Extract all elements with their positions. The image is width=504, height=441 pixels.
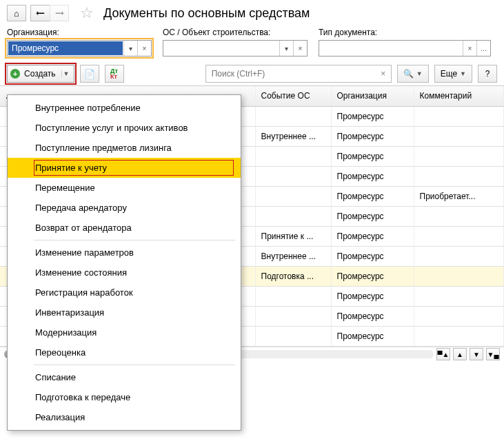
col-header[interactable]: Организация (331, 86, 414, 106)
doctype-filter-label: Тип документа: (319, 28, 491, 37)
menu-item[interactable]: Передача арендатору (8, 198, 241, 218)
scroll-top-button[interactable]: ▀▲ (436, 348, 450, 360)
help-label: ? (485, 69, 490, 79)
scroll-up-button[interactable]: ▲ (453, 348, 467, 360)
back-button[interactable]: 🠔 (30, 5, 50, 21)
col-header[interactable]: Событие ОС (255, 86, 331, 106)
org-filter-input[interactable] (8, 41, 123, 55)
table-cell: Промресурс (331, 126, 414, 146)
search-input[interactable] (206, 65, 376, 82)
menu-divider (34, 240, 235, 240)
selection-outline (34, 160, 234, 176)
menu-item[interactable]: Поступление услуг и прочих активов (8, 118, 241, 138)
menu-item[interactable]: Переоценка (8, 342, 241, 362)
table-cell: Промресурс (331, 306, 414, 326)
create-button-label: Создать (24, 69, 56, 79)
table-cell: Подготовка ... (255, 266, 331, 286)
table-cell (255, 306, 331, 326)
menu-item[interactable]: Возврат от арендатора (8, 218, 241, 238)
forward-button: 🠖 (50, 5, 69, 21)
menu-divider (34, 365, 235, 365)
table-cell (414, 326, 504, 346)
table-cell (414, 266, 504, 286)
table-cell: Приобретает... (414, 186, 504, 206)
table-cell: Промресурс (331, 286, 414, 306)
menu-item[interactable]: Внутреннее потребление (8, 98, 241, 118)
create-dropdown-menu: Внутреннее потреблениеПоступление услуг … (7, 94, 241, 431)
table-cell (255, 326, 331, 346)
table-cell (255, 286, 331, 306)
table-cell (255, 106, 331, 126)
table-cell: Промресурс (331, 326, 414, 346)
table-cell: Промресурс (331, 166, 414, 186)
menu-item[interactable]: Инвентаризация (8, 302, 241, 322)
os-filter-input[interactable] (163, 41, 279, 56)
doctype-filter-input[interactable] (319, 41, 463, 56)
menu-item[interactable]: Реализация (8, 407, 241, 427)
favorite-star-icon[interactable]: ☆ (80, 4, 94, 22)
table-cell (414, 306, 504, 326)
table-cell: Принятие к ... (255, 226, 331, 246)
page-title: Документы по основным средствам (103, 6, 310, 21)
col-header[interactable]: Комментарий (414, 86, 504, 106)
org-filter-combo[interactable]: ▾ × (7, 40, 152, 57)
dropdown-icon[interactable]: ▾ (123, 41, 137, 56)
table-cell: Промресурс (331, 206, 414, 226)
org-filter-label: Организация: (7, 28, 152, 37)
menu-item[interactable]: Списание (8, 367, 241, 387)
copy-icon: 📄 (84, 69, 95, 79)
table-cell (414, 126, 504, 146)
table-cell: Промресурс (331, 246, 414, 266)
table-cell: Промресурс (331, 266, 414, 286)
chevron-down-icon: ▼ (460, 70, 466, 77)
table-cell: Промресурс (331, 106, 414, 126)
dtkt-button[interactable]: ДтКт (105, 65, 124, 83)
create-button[interactable]: + Создать ▼ (7, 65, 74, 83)
table-cell (414, 246, 504, 266)
menu-item[interactable]: Поступление предметов лизинга (8, 138, 241, 158)
menu-item[interactable]: Принятие к учету (8, 158, 241, 178)
menu-item[interactable]: Модернизация (8, 322, 241, 342)
table-cell: Внутреннее ... (255, 126, 331, 146)
table-cell (414, 226, 504, 246)
chevron-down-icon: ▼ (416, 70, 423, 77)
table-cell: Внутреннее ... (255, 246, 331, 266)
plus-icon: + (10, 69, 20, 79)
table-cell: Промресурс (331, 146, 414, 166)
scroll-down-button[interactable]: ▼ (470, 348, 483, 360)
dtkt-icon: ДтКт (110, 68, 118, 79)
table-cell (255, 146, 331, 166)
doctype-filter-combo[interactable]: × … (319, 40, 491, 57)
menu-item[interactable]: Подготовка к передаче (8, 387, 241, 407)
magnifier-icon: 🔍 (403, 69, 414, 79)
dropdown-icon[interactable]: ▾ (279, 41, 293, 56)
home-button[interactable]: ⌂ (7, 5, 26, 21)
more-button[interactable]: Еще ▼ (434, 65, 472, 83)
clear-icon[interactable]: × (293, 41, 307, 56)
table-cell (414, 286, 504, 306)
scroll-bottom-button[interactable]: ▼▄ (486, 348, 500, 360)
table-cell (414, 146, 504, 166)
os-filter-combo[interactable]: ▾ × (163, 40, 308, 57)
menu-item[interactable]: Изменение состояния (8, 263, 241, 283)
search-box[interactable]: × (205, 65, 392, 83)
menu-item[interactable]: Изменение параметров (8, 243, 241, 263)
menu-item[interactable]: Регистрация наработок (8, 283, 241, 302)
table-cell (414, 166, 504, 186)
help-button[interactable]: ? (478, 65, 497, 83)
copy-button[interactable]: 📄 (80, 65, 99, 83)
menu-item[interactable]: Перемещение (8, 178, 241, 198)
table-cell (255, 186, 331, 206)
clear-icon[interactable]: × (463, 41, 476, 56)
chevron-down-icon: ▼ (61, 70, 71, 77)
table-cell (255, 206, 331, 226)
clear-icon[interactable]: × (137, 41, 151, 56)
clear-search-icon[interactable]: × (376, 65, 391, 82)
os-filter-label: ОС / Объект строительства: (163, 28, 308, 37)
search-button[interactable]: 🔍 ▼ (397, 65, 429, 83)
table-cell (255, 166, 331, 186)
more-button-label: Еще (441, 69, 457, 79)
table-cell (414, 106, 504, 126)
table-cell (414, 206, 504, 226)
more-icon[interactable]: … (476, 41, 490, 56)
